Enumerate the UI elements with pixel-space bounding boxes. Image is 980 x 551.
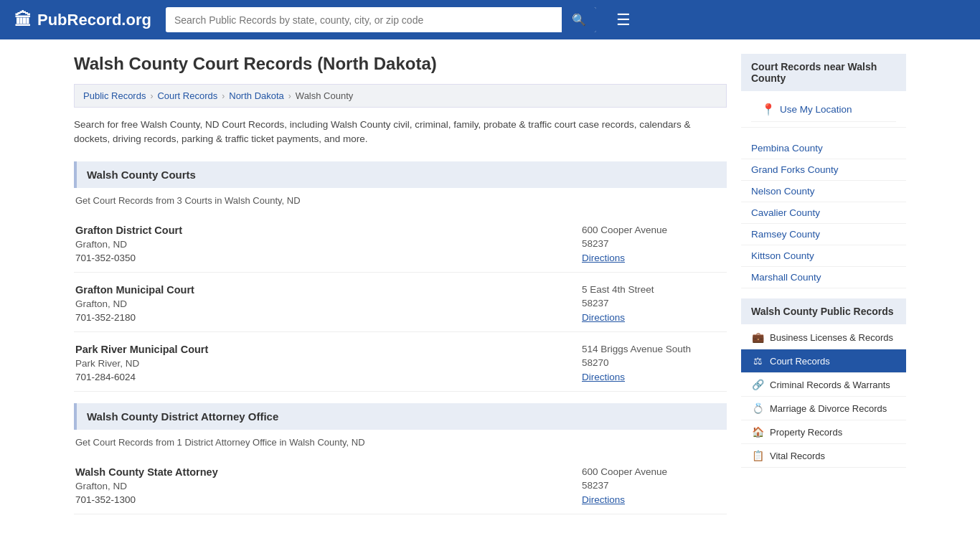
court-left: Grafton Municipal Court Grafton, ND 701-… <box>75 284 194 323</box>
nearby-county-item[interactable]: Kittson County <box>741 245 906 267</box>
directions-link[interactable]: Directions <box>582 253 625 263</box>
public-record-item[interactable]: 💼Business Licenses & Records <box>741 326 906 349</box>
nearby-county-item[interactable]: Grand Forks County <box>741 159 906 181</box>
public-record-item[interactable]: 🔗Criminal Records & Warrants <box>741 373 906 397</box>
nearby-county-link[interactable]: Grand Forks County <box>751 164 839 175</box>
breadcrumb-sep-2: › <box>222 91 225 101</box>
court-name: Park River Municipal Court <box>75 344 208 355</box>
da-section-header: Walsh County District Attorney Office <box>74 403 727 430</box>
rec-label: Business Licenses & Records <box>770 332 893 343</box>
courts-section-header: Walsh County Courts <box>74 161 727 188</box>
main-container: Walsh County Court Records (North Dakota… <box>60 39 920 532</box>
court-item: Park River Municipal Court Park River, N… <box>74 335 727 392</box>
court-city: Grafton, ND <box>75 298 194 309</box>
page-description: Search for free Walsh County, ND Court R… <box>74 118 727 147</box>
public-record-item[interactable]: 🏠Property Records <box>741 420 906 444</box>
courts-list: Grafton District Court Grafton, ND 701-3… <box>74 216 727 392</box>
breadcrumb-walsh-county: Walsh County <box>296 90 353 101</box>
public-records-list: 💼Business Licenses & Records⚖Court Recor… <box>741 326 906 468</box>
court-phone: 701-352-0350 <box>75 253 182 263</box>
menu-button[interactable]: ☰ <box>611 8 636 32</box>
search-bar: 🔍 <box>166 7 596 32</box>
court-left: Grafton District Court Grafton, ND 701-3… <box>75 225 182 263</box>
court-phone: 701-352-1300 <box>75 494 218 505</box>
court-right: 600 Cooper Avenue 58237 Directions <box>582 466 725 505</box>
court-zip: 58237 <box>582 480 725 491</box>
rec-label: Criminal Records & Warrants <box>770 380 890 390</box>
court-left: Park River Municipal Court Park River, N… <box>75 344 208 382</box>
court-address: 600 Cooper Avenue <box>582 225 725 235</box>
rec-label: Court Records <box>770 356 830 367</box>
court-zip: 58237 <box>582 298 725 309</box>
rec-label: Vital Records <box>770 451 825 461</box>
content-area: Walsh County Court Records (North Dakota… <box>74 54 727 517</box>
nearby-county-link[interactable]: Nelson County <box>751 186 815 197</box>
nearby-county-link[interactable]: Pembina County <box>751 143 823 154</box>
sidebar: Court Records near Walsh County 📍 Use My… <box>741 54 906 517</box>
nearby-county-link[interactable]: Cavalier County <box>751 207 820 218</box>
public-record-item[interactable]: 💍Marriage & Divorce Records <box>741 397 906 420</box>
rec-icon: 🔗 <box>751 379 764 390</box>
breadcrumb: Public Records › Court Records › North D… <box>74 84 727 108</box>
court-left: Walsh County State Attorney Grafton, ND … <box>75 466 218 505</box>
logo-text: PubRecord.org <box>37 11 151 29</box>
nearby-county-item[interactable]: Ramsey County <box>741 224 906 245</box>
court-address: 514 Briggs Avenue South <box>582 344 725 354</box>
directions-link[interactable]: Directions <box>582 312 625 323</box>
menu-icon: ☰ <box>616 11 631 29</box>
search-input[interactable] <box>166 9 562 32</box>
rec-icon: 💍 <box>751 402 764 414</box>
nearby-county-link[interactable]: Kittson County <box>751 250 814 261</box>
rec-icon: ⚖ <box>751 355 764 367</box>
search-icon: 🔍 <box>572 14 586 26</box>
site-header: 🏛 PubRecord.org 🔍 ☰ <box>0 0 980 39</box>
nearby-county-link[interactable]: Ramsey County <box>751 229 820 240</box>
nearby-county-item[interactable]: Marshall County <box>741 267 906 288</box>
logo[interactable]: 🏛 PubRecord.org <box>14 10 151 30</box>
use-location-item[interactable]: 📍 Use My Location <box>741 93 906 128</box>
public-record-item[interactable]: 📋Vital Records <box>741 444 906 468</box>
rec-label: Property Records <box>770 427 842 438</box>
court-item: Grafton Municipal Court Grafton, ND 701-… <box>74 276 727 332</box>
breadcrumb-sep-1: › <box>150 91 153 101</box>
court-address: 600 Cooper Avenue <box>582 466 725 477</box>
rec-icon: 🏠 <box>751 426 764 438</box>
rec-icon: 💼 <box>751 331 764 343</box>
nearby-county-item[interactable]: Nelson County <box>741 181 906 202</box>
location-icon: 📍 <box>761 103 776 116</box>
nearby-counties-list: 📍 Use My Location <box>741 93 906 128</box>
court-right: 5 East 4th Street 58237 Directions <box>582 284 725 323</box>
court-item: Walsh County State Attorney Grafton, ND … <box>74 458 727 514</box>
nearby-header: Court Records near Walsh County <box>741 54 906 91</box>
directions-link[interactable]: Directions <box>582 494 625 505</box>
rec-icon: 📋 <box>751 450 764 461</box>
nearby-county-link[interactable]: Marshall County <box>751 272 821 283</box>
page-title: Walsh County Court Records (North Dakota… <box>74 54 727 74</box>
da-list: Walsh County State Attorney Grafton, ND … <box>74 458 727 514</box>
court-phone: 701-352-2180 <box>75 312 194 323</box>
court-right: 600 Cooper Avenue 58237 Directions <box>582 225 725 263</box>
court-item: Grafton District Court Grafton, ND 701-3… <box>74 216 727 273</box>
court-city: Grafton, ND <box>75 239 182 250</box>
court-name: Walsh County State Attorney <box>75 466 218 478</box>
court-zip: 58237 <box>582 238 725 249</box>
courts-sub-desc: Get Court Records from 3 Courts in Walsh… <box>74 195 727 206</box>
nearby-county-item[interactable]: Pembina County <box>741 138 906 159</box>
nearby-list: Pembina CountyGrand Forks CountyNelson C… <box>741 138 906 288</box>
court-city: Park River, ND <box>75 358 208 369</box>
public-records-header: Walsh County Public Records <box>741 298 906 324</box>
breadcrumb-court-records[interactable]: Court Records <box>157 90 217 101</box>
use-location-label: Use My Location <box>780 104 852 115</box>
court-address: 5 East 4th Street <box>582 284 725 295</box>
breadcrumb-sep-3: › <box>288 91 291 101</box>
court-zip: 58270 <box>582 357 725 368</box>
court-right: 514 Briggs Avenue South 58270 Directions <box>582 344 725 382</box>
breadcrumb-public-records[interactable]: Public Records <box>83 90 146 101</box>
court-name: Grafton Municipal Court <box>75 284 194 296</box>
search-button[interactable]: 🔍 <box>562 7 596 32</box>
breadcrumb-north-dakota[interactable]: North Dakota <box>229 90 284 101</box>
directions-link[interactable]: Directions <box>582 372 625 382</box>
logo-icon: 🏛 <box>14 10 32 30</box>
public-record-item[interactable]: ⚖Court Records <box>741 349 906 373</box>
nearby-county-item[interactable]: Cavalier County <box>741 202 906 224</box>
